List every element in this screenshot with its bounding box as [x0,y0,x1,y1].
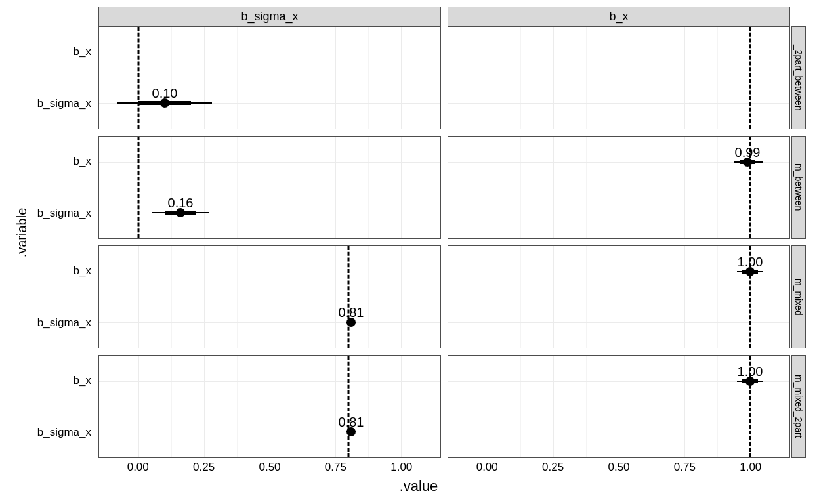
gridline-v [335,27,336,129]
col-strip-b_x: b_x [448,7,790,26]
gridline-v [553,356,554,457]
gridline-v [270,246,270,348]
gridline-v [204,246,205,348]
point-label: 0.81 [339,305,364,320]
panel-m_mixed-b_sigma_x: 0.81 [98,245,441,348]
row-strip-m_mixed_2part: m_mixed_2part [791,355,806,458]
x-axis-title: .value [32,478,806,497]
reference-line [348,246,350,348]
gridline-v [138,246,139,348]
gridline-v-minor [237,136,238,238]
x-tick-label: 1.00 [740,461,761,474]
gridline-v-minor [303,356,303,457]
gridline-h [448,103,789,104]
point-label: 0.10 [152,86,178,101]
gridline-v-minor [368,136,369,238]
x-tick-label: 1.00 [390,461,412,474]
gridline-v [270,136,270,238]
gridline-v-minor [303,136,303,238]
point-label: 0.16 [168,196,194,211]
gridline-h [99,213,440,213]
gridline-v-minor [520,136,521,238]
x-tick-label: 0.50 [608,461,629,474]
gridline-v [488,356,488,457]
gridline-v-minor [717,356,718,457]
panel-m_between-b_sigma_x: 0.16 [98,136,441,239]
y-ticks: b_xb_sigma_x [30,245,95,348]
gridline-v-minor [586,246,587,348]
panel-m_mixed-b_x: 1.00 [448,245,790,348]
x-tick-label: 0.25 [542,461,564,474]
facet-row-m_mixed_2part: b_xb_sigma_x0.811.00m_mixed_2part [98,355,790,458]
reference-line [138,27,140,129]
gridline-v [619,246,620,348]
y-tick-label: b_x [74,264,91,278]
gridline-v-minor [237,27,238,129]
gridline-v [619,356,620,457]
gridline-h [448,52,789,53]
gridline-v [401,27,402,129]
row-strip-_2part_between: _2part_between [791,26,806,129]
gridline-v [553,136,554,238]
gridline-v [401,356,402,457]
gridline-v [204,356,205,457]
point-label: 1.00 [738,254,763,269]
gridline-v-minor [237,356,238,457]
gridline-v [401,246,402,348]
gridline-v [138,356,139,457]
gridline-h [99,52,440,53]
gridline-v-minor [520,356,521,457]
y-axis-title: .variable [13,7,32,458]
column-strips: b_sigma_x b_x [98,7,790,26]
gridline-v [553,246,554,348]
gridline-h [99,322,440,323]
x-tick-label: 0.75 [674,461,696,474]
gridline-v-minor [303,246,303,348]
gridline-v-minor [171,27,172,129]
panel-m_mixed_2part-b_sigma_x: 0.81 [98,355,441,458]
gridline-v-minor [586,356,587,457]
gridline-v [204,27,205,129]
panel-_2part_between-b_sigma_x: 0.10 [98,26,441,129]
gridline-v-minor [717,27,718,129]
gridline-v [488,27,488,129]
x-tick-label: 0.00 [127,461,149,474]
gridline-h [99,381,440,382]
facet-row-m_mixed: b_xb_sigma_x0.811.00m_mixed [98,245,790,348]
x-tick-label: 0.00 [476,461,498,474]
gridline-v [684,246,685,348]
y-tick-label: b_sigma_x [37,316,91,329]
reference-line [348,356,350,457]
row-strip-m_between: m_between [791,136,806,239]
col-strip-b_sigma_x: b_sigma_x [98,7,441,26]
gridline-v-minor [171,246,172,348]
gridline-v [684,27,685,129]
panel-grid: b_sigma_x b_x b_xb_sigma_x0.10_2part_bet… [98,7,790,458]
y-tick-label: b_x [74,45,91,58]
row-strip-m_mixed: m_mixed [791,245,806,348]
gridline-h [99,272,440,272]
y-tick-label: b_sigma_x [37,97,91,110]
gridline-v [335,356,336,457]
gridline-v-minor [171,136,172,238]
x-tick-label: 0.25 [193,461,215,474]
gridline-v-minor [717,246,718,348]
x-tick-label: 0.75 [325,461,346,474]
gridline-v [270,27,270,129]
y-tick-label: b_x [74,155,91,168]
reference-line [138,136,140,238]
gridline-v-minor [368,246,369,348]
point-label: 0.99 [735,144,761,159]
gridline-v-minor [652,27,652,129]
gridline-v [619,136,620,238]
point-label: 1.00 [738,364,763,379]
gridline-v [488,136,488,238]
facet-row-_2part_between: b_xb_sigma_x0.10_2part_between [98,26,790,129]
gridline-v [270,356,270,457]
gridline-v-minor [717,136,718,238]
gridline-v-minor [520,27,521,129]
gridline-h [448,432,789,432]
point-label: 0.81 [339,415,364,430]
gridline-h [99,162,440,163]
gridline-v [401,136,402,238]
